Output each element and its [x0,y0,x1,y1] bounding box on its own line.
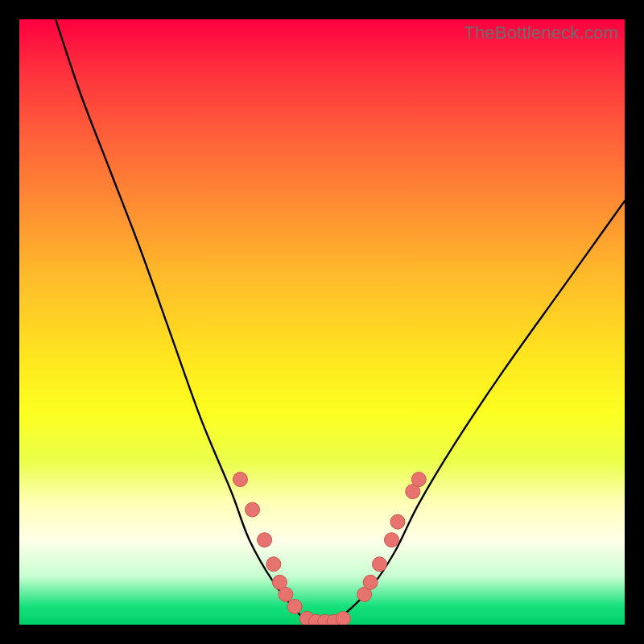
data-marker [363,575,378,589]
data-marker [258,533,272,547]
data-marker [287,599,302,613]
data-marker [279,587,293,601]
data-marker [246,502,260,517]
chart-frame: TheBottleneck.com [0,0,644,644]
chart-svg [19,19,625,625]
data-marker [233,473,247,487]
data-marker [266,557,281,572]
plot-area: TheBottleneck.com [19,19,625,625]
data-marker [411,473,426,487]
data-marker [390,514,405,529]
data-marker [336,611,350,625]
data-marker [372,557,386,572]
bottleneck-curve [56,19,625,625]
data-marker [384,533,398,547]
